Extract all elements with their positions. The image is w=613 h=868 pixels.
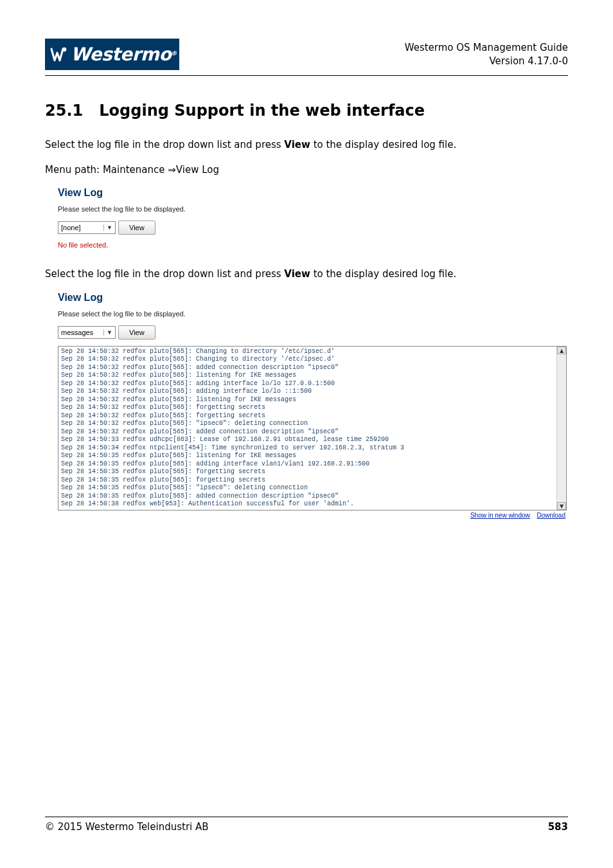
header-rule (45, 75, 568, 76)
guide-title: Westermo OS Management Guide (405, 41, 568, 55)
view-button[interactable]: View (118, 221, 155, 235)
para2-text-a: Select the log file in the drop down lis… (45, 268, 284, 280)
scroll-up-icon[interactable]: ▲ (557, 347, 566, 354)
paragraph-2: Select the log file in the drop down lis… (45, 267, 568, 282)
log-output-box: Sep 28 14:50:32 redfox pluto[565]: Chang… (58, 346, 567, 511)
fig2-subtitle: Please select the log file to be display… (58, 310, 568, 318)
section-number: 25.1 (45, 102, 83, 120)
guide-version: Version 4.17.0-0 (405, 55, 568, 68)
paragraph-1: Select the log file in the drop down lis… (45, 138, 568, 152)
log-file-select-value: [none] (61, 224, 81, 231)
logo: Westermo® (45, 39, 179, 70)
para2-text-c: to the display desired log file. (310, 268, 456, 280)
footer-rule (45, 817, 568, 817)
fig1-subtitle: Please select the log file to be display… (58, 205, 568, 213)
para1-bold: View (284, 139, 310, 150)
svg-point-0 (62, 48, 66, 51)
menu-path: Menu path: Maintenance ⇒View Log (45, 163, 568, 177)
para2-bold: View (284, 268, 310, 280)
para1-text-a: Select the log file in the drop down lis… (45, 139, 284, 150)
footer-page-number: 583 (548, 821, 568, 833)
show-new-window-link[interactable]: Show in new window (470, 512, 530, 519)
figure-view-log-empty: View Log Please select the log file to b… (58, 187, 568, 249)
scroll-down-icon[interactable]: ▼ (557, 502, 566, 510)
footer-copyright: © 2015 Westermo Teleindustri AB (45, 821, 209, 833)
logo-text: Westermo (71, 44, 171, 65)
view-button-2[interactable]: View (118, 325, 155, 339)
header-text: Westermo OS Management Guide Version 4.1… (405, 41, 568, 68)
chevron-down-icon: ▼ (103, 224, 112, 231)
registered-icon: ® (171, 50, 177, 57)
figure-view-log-messages: View Log Please select the log file to b… (58, 292, 568, 519)
chevron-down-icon: ▼ (103, 329, 112, 336)
log-lines: Sep 28 14:50:32 redfox pluto[565]: Chang… (58, 347, 566, 510)
fig2-title: View Log (58, 292, 568, 303)
vertical-scrollbar[interactable]: ▲ ▼ (556, 347, 566, 510)
log-file-select-2-value: messages (61, 329, 93, 336)
para1-text-c: to the display desired log file. (310, 139, 456, 150)
logo-w-icon (50, 46, 68, 63)
section-heading: 25.1 Logging Support in the web interfac… (45, 102, 568, 120)
download-link[interactable]: Download (537, 512, 565, 519)
log-links-row: Show in new window Download (58, 512, 565, 519)
page-footer: © 2015 Westermo Teleindustri AB 583 (45, 811, 568, 833)
fig1-title: View Log (58, 187, 568, 199)
section-title-text: Logging Support in the web interface (99, 102, 425, 120)
no-file-message: No file selected. (58, 241, 568, 249)
log-file-select[interactable]: [none] ▼ (58, 221, 116, 234)
log-file-select-2[interactable]: messages ▼ (58, 326, 116, 339)
